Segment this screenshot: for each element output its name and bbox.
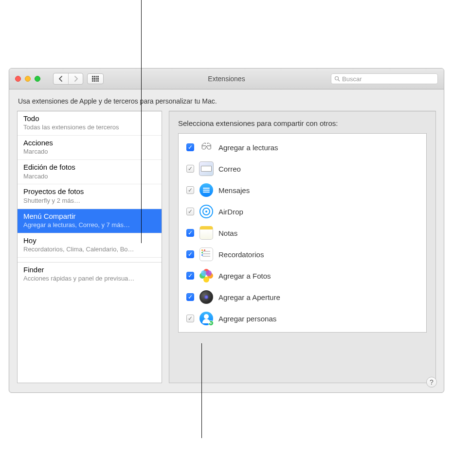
sidebar-item-share-menu[interactable]: Menú Compartir Agregar a lecturas, Corre… <box>18 209 162 233</box>
sidebar: Todo Todas las extensiones de terceros A… <box>17 111 162 383</box>
sidebar-item-actions[interactable]: Acciones Marcado <box>18 136 162 160</box>
show-all-button[interactable] <box>87 73 104 84</box>
ext-row-mail: ✓ Correo <box>182 158 422 179</box>
checkbox-reading-list[interactable]: ✓ <box>186 143 194 151</box>
ext-row-notes: ✓ Notas <box>182 222 422 244</box>
search-icon <box>334 76 340 82</box>
search-input[interactable]: Buscar <box>331 73 438 84</box>
aperture-icon <box>199 290 214 304</box>
nav-buttons <box>53 73 83 85</box>
sidebar-item-photo-projects[interactable]: Proyectos de fotos Shutterfly y 2 más… <box>18 184 162 209</box>
checkbox-mail[interactable]: ✓ <box>186 165 194 173</box>
traffic-lights <box>15 76 40 82</box>
sidebar-divider <box>18 258 162 263</box>
search-placeholder: Buscar <box>342 75 362 83</box>
notes-icon <box>199 226 214 240</box>
messages-icon <box>199 183 214 197</box>
ext-row-messages: ✓ Mensajes <box>182 179 422 201</box>
content-area: Todo Todas las extensiones de terceros A… <box>9 111 444 391</box>
reminders-icon <box>199 247 214 262</box>
ext-row-reminders: ✓ Recordatorios <box>182 244 422 265</box>
callout-line-top <box>141 0 142 243</box>
detail-heading: Selecciona extensiones para compartir co… <box>178 119 427 127</box>
ext-row-reading-list: ✓ 👓︎ Agregar a lecturas <box>182 137 422 158</box>
ext-row-aperture: ✓ Agregar a Aperture <box>182 286 422 308</box>
checkbox-messages[interactable]: ✓ <box>186 186 194 194</box>
airdrop-icon <box>199 204 214 219</box>
checkbox-notes[interactable]: ✓ <box>186 229 194 237</box>
detail-panel: Selecciona extensiones para compartir co… <box>169 111 436 383</box>
close-button[interactable] <box>15 76 21 82</box>
sidebar-item-today[interactable]: Hoy Recordatorios, Clima, Calendario, Bo… <box>18 233 162 258</box>
mail-icon <box>199 161 214 176</box>
svg-point-0 <box>335 77 339 80</box>
minimize-button[interactable] <box>25 76 31 82</box>
sidebar-item-photo-editing[interactable]: Edición de fotos Marcado <box>18 160 162 184</box>
ext-row-airdrop: ✓ AirDrop <box>182 201 422 222</box>
titlebar: Extensiones Buscar <box>9 69 444 89</box>
glasses-icon: 👓︎ <box>199 140 214 155</box>
checkbox-airdrop[interactable]: ✓ <box>186 208 194 215</box>
checkbox-aperture[interactable]: ✓ <box>186 293 194 301</box>
zoom-button[interactable] <box>35 76 40 82</box>
ext-row-photos: ✓ Agregar a Fotos <box>182 265 422 286</box>
sidebar-item-all[interactable]: Todo Todas las extensiones de terceros <box>18 111 162 136</box>
preferences-window: Extensiones Buscar Usa extensiones de Ap… <box>9 68 444 393</box>
checkbox-people[interactable]: ✓ <box>186 315 194 322</box>
checkbox-reminders[interactable]: ✓ <box>186 250 194 258</box>
window-title: Extensiones <box>208 75 245 83</box>
callout-line-bottom <box>201 343 202 438</box>
grid-icon <box>92 76 99 82</box>
help-button[interactable]: ? <box>426 377 437 388</box>
pane-description: Usa extensiones de Apple y de terceros p… <box>9 89 444 111</box>
svg-line-1 <box>338 80 340 81</box>
checkbox-photos[interactable]: ✓ <box>186 272 194 280</box>
forward-button[interactable] <box>68 73 83 84</box>
extension-list: ✓ 👓︎ Agregar a lecturas ✓ Correo ✓ Mensa… <box>178 133 427 333</box>
people-icon: + <box>199 311 214 326</box>
sidebar-item-finder[interactable]: Finder Acciones rápidas y panel de previ… <box>18 263 162 286</box>
ext-row-people: ✓ + Agregar personas <box>182 308 422 329</box>
back-button[interactable] <box>54 73 68 84</box>
photos-icon <box>199 268 214 283</box>
